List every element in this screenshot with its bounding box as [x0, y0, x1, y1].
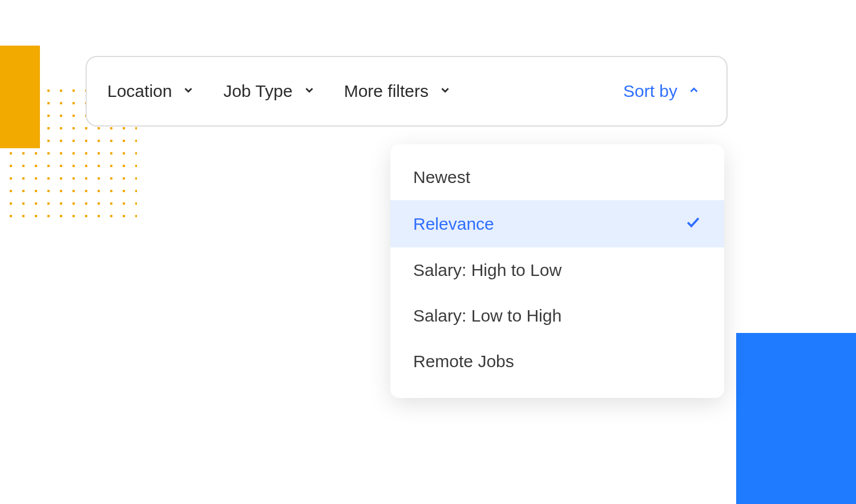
decorative-orange-block	[0, 46, 40, 148]
sort-option-newest[interactable]: Newest	[390, 155, 724, 200]
sort-option-salary-high-low[interactable]: Salary: High to Low	[390, 247, 724, 293]
chevron-down-icon	[439, 84, 451, 99]
filter-job-type-label: Job Type	[223, 82, 292, 101]
filter-job-type[interactable]: Job Type	[223, 82, 315, 101]
sort-option-label: Newest	[413, 168, 470, 187]
sort-dropdown: Newest Relevance Salary: High to Low Sal…	[390, 144, 724, 398]
filter-more-filters-label: More filters	[344, 82, 429, 101]
sort-by-label: Sort by	[623, 82, 677, 101]
chevron-down-icon	[182, 84, 195, 99]
sort-option-label: Salary: High to Low	[413, 261, 562, 280]
sort-option-label: Remote Jobs	[413, 352, 514, 371]
filter-location-label: Location	[107, 82, 172, 101]
decorative-blue-block	[736, 333, 856, 504]
filter-bar: Location Job Type More filters Sort by	[86, 56, 728, 127]
sort-option-relevance[interactable]: Relevance	[390, 200, 724, 247]
check-icon	[684, 213, 701, 234]
sort-option-salary-low-high[interactable]: Salary: Low to High	[390, 293, 724, 339]
chevron-down-icon	[303, 84, 316, 99]
sort-option-remote-jobs[interactable]: Remote Jobs	[390, 339, 724, 384]
chevron-up-icon	[688, 84, 700, 99]
sort-option-label: Salary: Low to High	[413, 306, 562, 326]
sort-option-label: Relevance	[413, 214, 494, 234]
sort-by-button[interactable]: Sort by	[623, 82, 706, 101]
filter-location[interactable]: Location	[107, 82, 195, 101]
filter-more-filters[interactable]: More filters	[344, 82, 451, 101]
